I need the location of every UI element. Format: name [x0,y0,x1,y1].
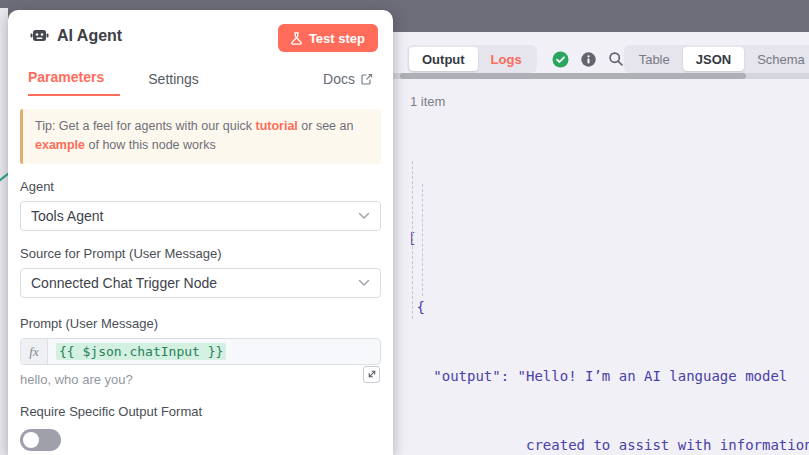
horizontal-scrollbar-track [393,73,809,79]
canvas-edge [0,8,8,455]
agent-select[interactable]: Tools Agent [20,201,381,231]
tip-text: or see an [298,119,354,133]
tab-output[interactable]: Output [409,47,478,71]
expand-expression-button[interactable] [363,366,380,383]
prompt-source-value: Connected Chat Trigger Node [31,275,217,291]
require-output-format-toggle[interactable] [20,429,61,451]
success-check-icon [552,51,569,68]
require-output-format-field: Require Specific Output Format [20,404,381,451]
prompt-source-select[interactable]: Connected Chat Trigger Node [20,268,381,298]
agent-field: Agent Tools Agent [20,179,381,231]
chevron-down-icon [358,279,370,287]
test-step-label: Test step [309,31,365,46]
json-line: [ [408,227,809,250]
search-icon[interactable] [608,51,624,67]
toggle-knob [23,432,39,448]
node-header: AI Agent Test step [8,10,393,56]
json-viewer: [ { "output": "Hello! I’m an AI language… [408,135,809,455]
output-toolbar: Output Logs [407,45,795,73]
prompt-label: Prompt (User Message) [20,316,381,331]
tab-settings[interactable]: Settings [148,71,199,96]
test-step-button[interactable]: Test step [278,24,378,52]
tip-text: Tip: Get a feel for agents with our quic… [35,119,255,133]
prompt-source-field: Source for Prompt (User Message) Connect… [20,246,381,298]
tip-callout: Tip: Get a feel for agents with our quic… [20,109,381,164]
external-link-icon [361,73,373,85]
tab-parameters[interactable]: Parameters [28,69,120,96]
json-line: { [408,296,809,319]
flask-icon [291,32,302,45]
horizontal-scrollbar-thumb[interactable] [400,73,746,79]
expand-icon [366,369,377,380]
tutorial-link[interactable]: tutorial [255,119,297,133]
indent-guide [412,161,413,319]
tab-table[interactable]: Table [626,47,683,71]
example-link[interactable]: example [35,138,85,152]
node-settings-panel: AI Agent Test step Parameters Settings D… [8,10,393,455]
json-line: created to assist with information, [408,434,809,455]
view-tab-group: Table JSON Schema [624,45,809,73]
prompt-field: Prompt (User Message) fx {{ $json.chatIn… [20,316,381,387]
tip-text: of how this node works [85,138,216,152]
robot-icon [30,27,49,44]
fx-icon: fx [21,339,48,364]
tab-json[interactable]: JSON [683,47,744,71]
output-panel: Output Logs [393,32,809,455]
require-output-format-label: Require Specific Output Format [20,404,381,419]
expression-preview: hello, who are you? [20,372,381,387]
docs-label: Docs [323,71,355,87]
json-line: "output": "Hello! I’m an AI language mod… [408,365,809,388]
expression-input[interactable]: fx {{ $json.chatInput }} [20,338,381,365]
indent-guide [422,184,423,296]
prompt-source-label: Source for Prompt (User Message) [20,246,381,261]
info-icon [581,52,596,67]
run-tab-group: Output Logs [407,45,537,73]
tab-logs[interactable]: Logs [478,47,535,71]
agent-select-value: Tools Agent [31,208,103,224]
node-tab-bar: Parameters Settings Docs [8,56,393,96]
chevron-down-icon [358,212,370,220]
docs-link[interactable]: Docs [323,71,373,96]
tab-schema[interactable]: Schema [744,47,809,71]
expression-value: {{ $json.chatInput }} [48,339,226,364]
items-count: 1 item [410,94,445,109]
node-title: AI Agent [57,27,122,45]
agent-label: Agent [20,179,381,194]
